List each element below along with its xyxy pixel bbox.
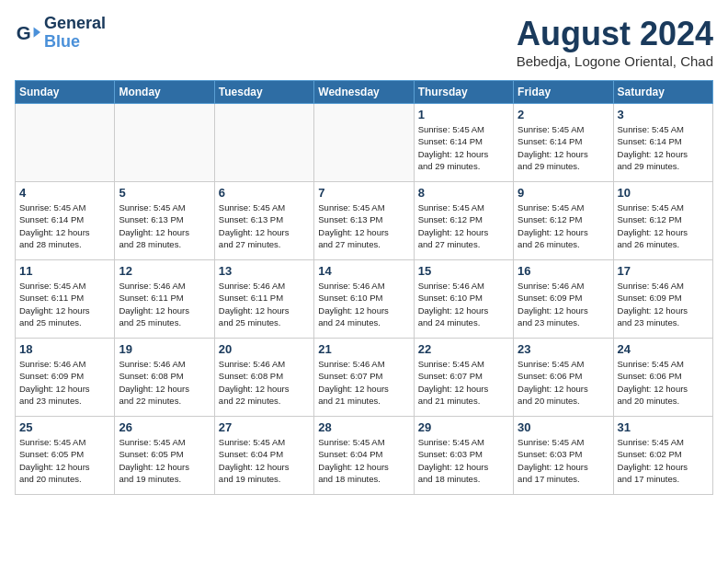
day-number: 7 (318, 186, 409, 200)
cal-cell-3: 3Sunrise: 5:45 AMSunset: 6:14 PMDaylight… (613, 104, 712, 182)
day-number: 17 (618, 264, 709, 278)
logo: G General Blue (15, 15, 106, 52)
cal-cell-12: 12Sunrise: 5:46 AMSunset: 6:11 PMDayligh… (115, 260, 214, 339)
day-header-monday: Monday (115, 81, 214, 104)
cal-cell-empty-2 (214, 104, 313, 182)
cal-cell-empty-1 (115, 104, 214, 182)
cal-cell-16: 16Sunrise: 5:46 AMSunset: 6:09 PMDayligh… (514, 260, 613, 339)
title-area: August 2024 Bebedja, Logone Oriental, Ch… (517, 15, 713, 69)
day-number: 6 (219, 186, 310, 200)
cal-cell-29: 29Sunrise: 5:45 AMSunset: 6:03 PMDayligh… (414, 417, 513, 495)
day-number: 4 (19, 186, 110, 200)
week-row-5: 25Sunrise: 5:45 AMSunset: 6:05 PMDayligh… (16, 417, 713, 495)
page-header: G General Blue August 2024 Bebedja, Logo… (15, 15, 713, 69)
day-number: 30 (518, 420, 609, 434)
svg-text:G: G (17, 21, 31, 42)
cell-info: Sunrise: 5:46 AMSunset: 6:11 PMDaylight:… (219, 280, 310, 328)
cal-cell-31: 31Sunrise: 5:45 AMSunset: 6:02 PMDayligh… (613, 417, 712, 495)
cal-cell-8: 8Sunrise: 5:45 AMSunset: 6:12 PMDaylight… (414, 182, 513, 260)
cell-info: Sunrise: 5:45 AMSunset: 6:14 PMDaylight:… (518, 123, 609, 172)
cal-cell-7: 7Sunrise: 5:45 AMSunset: 6:13 PMDaylight… (314, 182, 414, 260)
day-number: 15 (418, 264, 509, 278)
day-number: 21 (318, 342, 409, 356)
week-row-3: 11Sunrise: 5:45 AMSunset: 6:11 PMDayligh… (16, 260, 713, 339)
day-number: 16 (518, 264, 609, 278)
day-number: 26 (119, 420, 210, 434)
cal-cell-empty-0 (16, 104, 115, 182)
cell-info: Sunrise: 5:45 AMSunset: 6:03 PMDaylight:… (418, 436, 509, 485)
day-number: 22 (418, 342, 509, 356)
cell-info: Sunrise: 5:45 AMSunset: 6:12 PMDaylight:… (618, 201, 709, 250)
cal-cell-30: 30Sunrise: 5:45 AMSunset: 6:03 PMDayligh… (514, 417, 613, 495)
week-row-4: 18Sunrise: 5:46 AMSunset: 6:09 PMDayligh… (16, 339, 713, 417)
cell-info: Sunrise: 5:45 AMSunset: 6:06 PMDaylight:… (618, 358, 709, 407)
cell-info: Sunrise: 5:45 AMSunset: 6:04 PMDaylight:… (318, 436, 409, 485)
cal-cell-11: 11Sunrise: 5:45 AMSunset: 6:11 PMDayligh… (16, 260, 115, 339)
cal-cell-21: 21Sunrise: 5:46 AMSunset: 6:07 PMDayligh… (314, 339, 414, 417)
day-header-wednesday: Wednesday (314, 81, 414, 104)
day-number: 10 (618, 186, 709, 200)
day-number: 11 (19, 264, 110, 278)
day-number: 29 (418, 420, 509, 434)
logo-icon: G (15, 20, 40, 46)
day-number: 8 (418, 186, 509, 200)
day-number: 24 (618, 342, 709, 356)
calendar-subtitle: Bebedja, Logone Oriental, Chad (517, 53, 713, 69)
day-header-sunday: Sunday (16, 81, 115, 104)
cell-info: Sunrise: 5:46 AMSunset: 6:09 PMDaylight:… (518, 280, 609, 328)
cal-cell-20: 20Sunrise: 5:46 AMSunset: 6:08 PMDayligh… (214, 339, 313, 417)
cal-cell-27: 27Sunrise: 5:45 AMSunset: 6:04 PMDayligh… (214, 417, 313, 495)
cell-info: Sunrise: 5:45 AMSunset: 6:12 PMDaylight:… (418, 201, 509, 250)
cal-cell-25: 25Sunrise: 5:45 AMSunset: 6:05 PMDayligh… (16, 417, 115, 495)
days-header-row: SundayMondayTuesdayWednesdayThursdayFrid… (16, 81, 713, 104)
day-header-friday: Friday (514, 81, 613, 104)
cal-cell-24: 24Sunrise: 5:45 AMSunset: 6:06 PMDayligh… (613, 339, 712, 417)
day-number: 14 (318, 264, 409, 278)
cal-cell-15: 15Sunrise: 5:46 AMSunset: 6:10 PMDayligh… (414, 260, 513, 339)
cal-cell-empty-3 (314, 104, 414, 182)
week-row-1: 1Sunrise: 5:45 AMSunset: 6:14 PMDaylight… (16, 104, 713, 182)
cell-info: Sunrise: 5:45 AMSunset: 6:14 PMDaylight:… (418, 123, 509, 172)
calendar-title: August 2024 (517, 15, 713, 53)
cell-info: Sunrise: 5:46 AMSunset: 6:10 PMDaylight:… (318, 280, 409, 328)
cal-cell-26: 26Sunrise: 5:45 AMSunset: 6:05 PMDayligh… (115, 417, 214, 495)
day-number: 18 (19, 342, 110, 356)
cal-cell-23: 23Sunrise: 5:45 AMSunset: 6:06 PMDayligh… (514, 339, 613, 417)
cell-info: Sunrise: 5:45 AMSunset: 6:03 PMDaylight:… (518, 436, 609, 485)
cal-cell-18: 18Sunrise: 5:46 AMSunset: 6:09 PMDayligh… (16, 339, 115, 417)
cell-info: Sunrise: 5:46 AMSunset: 6:09 PMDaylight:… (618, 280, 709, 328)
day-number: 2 (518, 108, 609, 121)
day-number: 9 (518, 186, 609, 200)
day-number: 28 (318, 420, 409, 434)
day-number: 25 (19, 420, 110, 434)
week-row-2: 4Sunrise: 5:45 AMSunset: 6:14 PMDaylight… (16, 182, 713, 260)
calendar-table: SundayMondayTuesdayWednesdayThursdayFrid… (15, 80, 713, 495)
cell-info: Sunrise: 5:46 AMSunset: 6:10 PMDaylight:… (418, 280, 509, 328)
cell-info: Sunrise: 5:46 AMSunset: 6:08 PMDaylight:… (119, 358, 210, 407)
cal-cell-9: 9Sunrise: 5:45 AMSunset: 6:12 PMDaylight… (514, 182, 613, 260)
day-number: 20 (219, 342, 310, 356)
cell-info: Sunrise: 5:45 AMSunset: 6:12 PMDaylight:… (518, 201, 609, 250)
cell-info: Sunrise: 5:46 AMSunset: 6:08 PMDaylight:… (219, 358, 310, 407)
cell-info: Sunrise: 5:45 AMSunset: 6:04 PMDaylight:… (219, 436, 310, 485)
cell-info: Sunrise: 5:45 AMSunset: 6:13 PMDaylight:… (318, 201, 409, 250)
day-number: 12 (119, 264, 210, 278)
cal-cell-6: 6Sunrise: 5:45 AMSunset: 6:13 PMDaylight… (214, 182, 313, 260)
cal-cell-19: 19Sunrise: 5:46 AMSunset: 6:08 PMDayligh… (115, 339, 214, 417)
day-header-thursday: Thursday (414, 81, 513, 104)
day-number: 1 (418, 108, 509, 121)
cal-cell-28: 28Sunrise: 5:45 AMSunset: 6:04 PMDayligh… (314, 417, 414, 495)
cell-info: Sunrise: 5:45 AMSunset: 6:06 PMDaylight:… (518, 358, 609, 407)
cell-info: Sunrise: 5:45 AMSunset: 6:05 PMDaylight:… (19, 436, 110, 485)
day-number: 13 (219, 264, 310, 278)
cal-cell-22: 22Sunrise: 5:45 AMSunset: 6:07 PMDayligh… (414, 339, 513, 417)
cell-info: Sunrise: 5:45 AMSunset: 6:14 PMDaylight:… (19, 201, 110, 250)
cell-info: Sunrise: 5:45 AMSunset: 6:02 PMDaylight:… (618, 436, 709, 485)
cal-cell-5: 5Sunrise: 5:45 AMSunset: 6:13 PMDaylight… (115, 182, 214, 260)
cell-info: Sunrise: 5:45 AMSunset: 6:07 PMDaylight:… (418, 358, 509, 407)
cell-info: Sunrise: 5:46 AMSunset: 6:11 PMDaylight:… (119, 280, 210, 328)
cal-cell-10: 10Sunrise: 5:45 AMSunset: 6:12 PMDayligh… (613, 182, 712, 260)
cell-info: Sunrise: 5:45 AMSunset: 6:14 PMDaylight:… (618, 123, 709, 172)
day-number: 31 (618, 420, 709, 434)
day-number: 19 (119, 342, 210, 356)
